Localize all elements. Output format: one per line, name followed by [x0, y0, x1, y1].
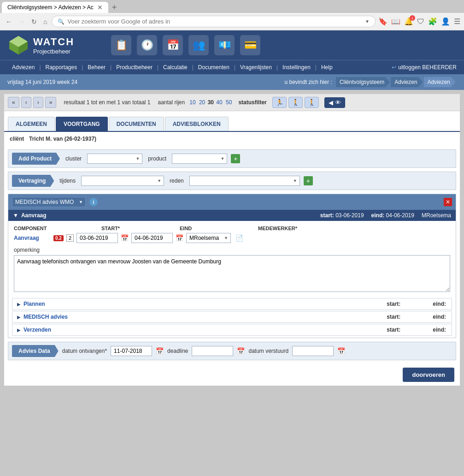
aanvraag-medewerker: MRoelsema [422, 212, 451, 219]
vertraging-button[interactable]: Vertraging [12, 175, 54, 187]
reden-select-wrapper [189, 176, 300, 186]
shield-icon[interactable]: 🛡 [417, 18, 424, 26]
start-date-input[interactable] [76, 233, 118, 243]
tab-algemeen[interactable]: ALGEMEEN [8, 117, 55, 131]
reden-select[interactable] [189, 176, 300, 186]
reload-button[interactable]: ↻ [29, 17, 39, 26]
app-icon-finance[interactable]: 💶 [214, 35, 235, 55]
product-select[interactable] [172, 154, 227, 164]
nav-rapportages[interactable]: Rapportages [41, 60, 82, 74]
last-page-button[interactable]: » [45, 97, 57, 108]
close-advies-button[interactable]: ✕ [444, 198, 452, 206]
deadline-cal-icon[interactable]: 📅 [237, 347, 245, 355]
medewerker-select-wrapper: MRoelsema [186, 233, 231, 243]
tab-adviesblokken[interactable]: ADVIESBLOKKEN [165, 117, 229, 131]
notifications-icon[interactable]: 🔔1 [404, 17, 413, 26]
medewerker-select[interactable]: MRoelsema [186, 233, 231, 243]
app-icon-docs[interactable]: 📋 [111, 35, 131, 55]
vertraging-section: Vertraging tijdens reden + [8, 172, 456, 190]
opmerking-label: opmerking [14, 247, 450, 253]
sub-item-plannen-toggle[interactable]: ▶ [17, 302, 21, 307]
nav-help[interactable]: Help [317, 60, 337, 74]
eind-cal-icon[interactable]: 📅 [176, 234, 183, 242]
prev-page-button[interactable]: ‹ [21, 97, 31, 108]
breadcrumb-bar: vrijdag 14 juni 2019 week 24 u bevindt z… [0, 74, 464, 90]
logout-area[interactable]: ↩ uitloggen BEHEERDER [392, 64, 457, 71]
filter-icons: 🏃 🚶 🚶 [272, 97, 319, 108]
app-icon-card[interactable]: 💳 [240, 35, 260, 55]
advies-data-button[interactable]: Advies Data [12, 345, 59, 357]
app-header: WATCH Projectbeheer 📋 🕐 📅 👥 💶 💳 [0, 30, 464, 60]
app-icon-calendar[interactable]: 📅 [163, 35, 183, 55]
document-icon[interactable]: 📄 [235, 234, 243, 242]
rows-50[interactable]: 50 [226, 99, 232, 106]
verzenden-eind: eind: [433, 327, 447, 333]
opmerking-textarea[interactable]: Aanvraag telefonisch ontvangen van mevro… [14, 255, 450, 292]
nav-beheer[interactable]: Beheer [83, 60, 110, 74]
filter-person-icon[interactable]: 🚶 [305, 97, 319, 108]
breadcrumb-clientvolgsysteem[interactable]: Cliëntvolgsysteem [336, 77, 390, 87]
aanvraag-toggle[interactable]: ▼ [13, 212, 18, 219]
rows-30-active[interactable]: 30 [208, 99, 214, 106]
nav-calculatie[interactable]: Calculatie [159, 60, 192, 74]
datum-verstuurd-input[interactable] [292, 346, 334, 356]
nav-adviezen[interactable]: Adviezen [7, 60, 39, 74]
bookmarks-icon[interactable]: 🔖 [378, 17, 388, 26]
forward-button[interactable]: → [17, 17, 27, 26]
eye-button[interactable]: ◀ 👁 [324, 97, 345, 108]
app-icon-users[interactable]: 👥 [188, 35, 209, 55]
menu-icon[interactable]: ☰ [454, 17, 460, 26]
add-product-button[interactable]: Add Product [12, 153, 60, 165]
sub-item-medisch-toggle[interactable]: ▶ [17, 315, 21, 320]
bottom-space [0, 390, 464, 408]
add-product-plus-button[interactable]: + [231, 154, 240, 163]
cluster-select[interactable] [87, 154, 142, 164]
home-button[interactable]: ⌂ [41, 17, 49, 26]
back-button[interactable]: ← [4, 17, 14, 26]
add-vertraging-plus-button[interactable]: + [304, 176, 313, 185]
nav-documenten[interactable]: Documenten [194, 60, 234, 74]
info-icon[interactable]: i [89, 198, 98, 206]
app-icon-clock[interactable]: 🕐 [137, 35, 157, 55]
nav-productbeheer[interactable]: Productbeheer [112, 60, 157, 74]
rows-20[interactable]: 20 [199, 99, 205, 106]
cluster-select-wrapper [87, 154, 142, 164]
tijdens-select[interactable] [81, 176, 164, 186]
tab-close-icon[interactable]: ✕ [97, 4, 103, 11]
tab-documenten[interactable]: DOCUMENTEN [109, 117, 164, 131]
doorvoeren-button[interactable]: doorvoeren [403, 368, 454, 382]
tab-voortgang[interactable]: VOORTGANG [56, 117, 108, 131]
eind-date-input[interactable] [131, 233, 173, 243]
datum-ontvangen-cal-icon[interactable]: 📅 [156, 347, 164, 355]
breadcrumb-adviezen-1[interactable]: Adviezen [391, 77, 423, 87]
rows-10[interactable]: 10 [189, 99, 195, 106]
next-page-button[interactable]: › [33, 97, 43, 108]
sub-item-verzenden-dates: start: eind: [387, 327, 447, 333]
logout-label: uitloggen BEHEERDER [398, 64, 457, 71]
account-icon[interactable]: 👤 [441, 17, 450, 26]
vertraging-row: Vertraging tijdens reden + [8, 172, 456, 190]
rows-40[interactable]: 40 [216, 99, 222, 106]
advies-type-select[interactable]: MEDISCH advies WMO [12, 197, 86, 207]
deadline-input[interactable] [192, 346, 233, 356]
nav-vragenlijsten[interactable]: Vragenlijsten [235, 60, 276, 74]
new-tab-button[interactable]: + [108, 3, 121, 12]
extensions-icon[interactable]: 🧩 [428, 17, 437, 26]
nav-instellingen[interactable]: Instellingen [278, 60, 315, 74]
browser-tab[interactable]: Cliëntvolgsysteem > Adviezen > Ac ✕ [2, 2, 108, 13]
sub-item-verzenden-toggle[interactable]: ▶ [17, 327, 21, 333]
datum-ontvangen-input[interactable] [111, 346, 152, 356]
datum-verstuurd-cal-icon[interactable]: 📅 [337, 347, 345, 355]
address-input[interactable] [67, 18, 362, 25]
logo-icon [7, 34, 29, 56]
start-cal-icon[interactable]: 📅 [121, 234, 129, 242]
result-text: resultaat 1 tot en met 1 van totaal 1 [64, 99, 150, 106]
filter-walking-icon[interactable]: 🚶 [288, 97, 303, 108]
breadcrumb-adviezen-2[interactable]: Adviezen [424, 77, 456, 87]
first-page-button[interactable]: « [8, 97, 19, 108]
tijdens-label: tijdens [59, 178, 76, 184]
datum-verstuurd-label: datum verstuurd [248, 348, 288, 354]
reading-list-icon[interactable]: 📖 [391, 17, 400, 26]
filter-running-icon[interactable]: 🏃 [272, 97, 287, 108]
product-select-wrapper [172, 154, 227, 164]
